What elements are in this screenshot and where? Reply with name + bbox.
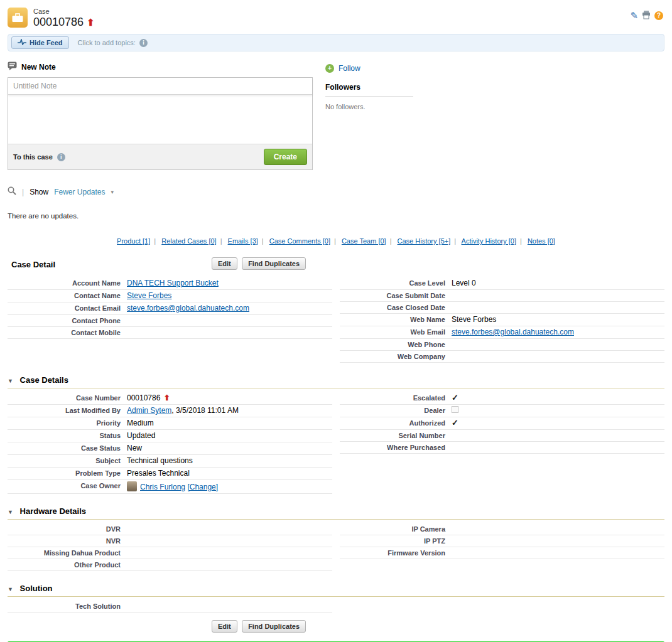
feed-filter-link[interactable]: Fewer Updates <box>54 188 105 196</box>
checkbox-checked-icon: ✓ <box>452 393 458 402</box>
add-topics-link[interactable]: Click to add topics: i <box>78 39 148 47</box>
section-solution: ▼ Solution <box>8 581 664 597</box>
feed-area: New Note To this case i Create + Follow … <box>8 59 664 170</box>
related-link-case-team[interactable]: Case Team [0] <box>342 237 386 245</box>
case-icon <box>8 8 28 28</box>
case-detail-fields: Account Name DNA TECH Support Bucket Con… <box>8 277 664 363</box>
entity-label: Case <box>33 8 95 15</box>
info-icon[interactable]: i <box>139 39 148 47</box>
field-row: Tech Solution <box>8 601 332 613</box>
field-row: Case Owner Chris Furlong [Change] <box>8 480 332 494</box>
field-row: Contact Mobile <box>8 327 332 339</box>
field-row: Case Number 00010786⬆ <box>8 392 332 405</box>
collapse-triangle-icon[interactable]: ▼ <box>8 378 13 384</box>
hardware-details-fields: DVR NVR Missing Dahua Product Other Prod… <box>8 523 664 571</box>
escalated-icon: ⬆ <box>87 17 95 28</box>
no-updates-text: There are no updates. <box>8 212 664 220</box>
field-row: Web Company <box>340 351 664 363</box>
field-row: Web Phone <box>340 339 664 351</box>
solution-buttons: Edit Find Duplicates <box>8 620 664 633</box>
field-row: Case Closed Date <box>340 302 664 314</box>
collapse-triangle-icon[interactable]: ▼ <box>8 586 13 592</box>
feed-bar: Hide Feed Click to add topics: i <box>8 34 664 51</box>
field-row: Authorized ✓ <box>340 417 664 430</box>
page-header: Case 00010786⬆ <box>8 8 664 29</box>
avatar <box>127 481 137 491</box>
note-title: New Note <box>21 63 56 72</box>
field-row: Priority Medium <box>8 417 332 430</box>
collapse-triangle-icon[interactable]: ▼ <box>8 509 13 515</box>
show-label: Show <box>30 188 48 196</box>
field-row: Other Product <box>8 559 332 571</box>
field-row: Dealer <box>340 405 664 417</box>
create-note-button[interactable]: Create <box>264 149 307 165</box>
find-duplicates-button[interactable]: Find Duplicates <box>242 257 306 270</box>
note-body-input[interactable] <box>8 95 312 144</box>
field-row: IP PTZ <box>340 535 664 547</box>
field-row: Missing Dahua Product <box>8 547 332 559</box>
account-name-link[interactable]: DNA TECH Support Bucket <box>127 279 219 287</box>
field-row: IP Camera <box>340 523 664 535</box>
related-link-case-comments[interactable]: Case Comments [0] <box>269 237 330 245</box>
related-link-case-history[interactable]: Case History [5+] <box>398 237 451 245</box>
escalated-icon: ⬆ <box>163 393 170 402</box>
search-icon[interactable] <box>8 186 16 197</box>
related-link-product[interactable]: Product [1] <box>117 237 150 245</box>
field-row: Contact Name Steve Forbes <box>8 290 332 302</box>
feed-controls: | Show Fewer Updates ▾ <box>8 186 664 197</box>
help-icon[interactable]: ? <box>654 11 663 20</box>
last-modified-by-link[interactable]: Admin Sytem <box>127 406 171 415</box>
solution-fields: Tech Solution <box>8 601 664 613</box>
case-page: ✎ ? Case 00010786⬆ Hide Feed Click to ad… <box>0 0 672 642</box>
contact-name-link[interactable]: Steve Forbes <box>127 291 171 300</box>
field-row: NVR <box>8 535 332 547</box>
related-link-notes[interactable]: Notes [0] <box>528 237 555 245</box>
field-row: Web Email steve.forbes@global.dahuatech.… <box>340 326 664 339</box>
field-row: Serial Number <box>340 430 664 442</box>
field-row: Firmware Version <box>340 547 664 559</box>
field-row: Case Status New <box>8 442 332 455</box>
field-row: Web Name Steve Forbes <box>340 314 664 326</box>
caret-down-icon[interactable]: ▾ <box>111 189 114 195</box>
note-icon <box>8 62 17 72</box>
contact-email-link[interactable]: steve.forbes@global.dahuatech.com <box>127 304 249 313</box>
no-followers-text: No followers. <box>325 103 413 110</box>
field-row: Case Level Level 0 <box>340 277 664 290</box>
follow-plus-icon: + <box>325 64 334 73</box>
new-note-panel: New Note To this case i Create <box>8 59 313 170</box>
checkbox-checked-icon: ✓ <box>452 418 458 427</box>
field-row: Account Name DNA TECH Support Bucket <box>8 277 332 290</box>
edit-button[interactable]: Edit <box>212 257 237 270</box>
page-title: 00010786⬆ <box>33 16 95 29</box>
edit-page-icon[interactable]: ✎ <box>630 10 638 21</box>
utility-icons: ✎ ? <box>630 10 663 21</box>
followers-heading: Followers <box>325 83 413 97</box>
change-owner-link[interactable]: [Change] <box>187 483 218 491</box>
related-link-related-cases[interactable]: Related Cases [0] <box>161 237 216 245</box>
checkbox-unchecked-icon <box>452 406 458 413</box>
field-row: Contact Phone <box>8 315 332 327</box>
hide-feed-button[interactable]: Hide Feed <box>11 36 69 49</box>
field-row: Where Purchased <box>340 442 664 454</box>
note-title-input[interactable] <box>8 78 312 95</box>
field-row: Subject Technical questions <box>8 455 332 468</box>
find-duplicates-button[interactable]: Find Duplicates <box>242 620 306 633</box>
related-link-emails[interactable]: Emails [3] <box>228 237 258 245</box>
field-row: Status Updated <box>8 430 332 442</box>
field-row: DVR <box>8 523 332 535</box>
case-details-fields: Case Number 00010786⬆ Last Modified By A… <box>8 392 664 494</box>
print-icon[interactable] <box>641 10 651 21</box>
field-row: Last Modified By Admin Sytem, 3/5/2018 1… <box>8 405 332 417</box>
section-hardware-details: ▼ Hardware Details <box>8 504 664 520</box>
field-row: Problem Type Presales Technical <box>8 468 332 480</box>
edit-button[interactable]: Edit <box>212 620 237 633</box>
related-link-activity-history[interactable]: Activity History [0] <box>462 237 516 245</box>
divider: | <box>22 188 24 196</box>
follow-link[interactable]: Follow <box>339 64 360 73</box>
info-icon[interactable]: i <box>57 153 65 161</box>
to-case-label: To this case <box>13 153 53 161</box>
related-list-links: Product [1]| Related Cases [0]| Emails [… <box>8 237 664 245</box>
feed-pulse-icon <box>18 39 26 46</box>
web-email-link[interactable]: steve.forbes@global.dahuatech.com <box>452 328 574 336</box>
case-owner-link[interactable]: Chris Furlong <box>140 483 185 491</box>
